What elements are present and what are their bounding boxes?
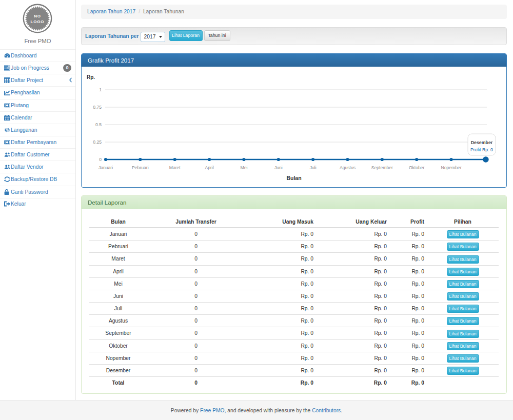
svg-text:Desember: Desember xyxy=(471,140,493,145)
svg-text:0: 0 xyxy=(99,157,102,162)
svg-text:Juni: Juni xyxy=(274,165,283,170)
svg-text:LOGO: LOGO xyxy=(31,19,45,24)
svg-text:Mei: Mei xyxy=(240,165,247,170)
svg-text:0.25: 0.25 xyxy=(93,139,102,145)
svg-text:Januari: Januari xyxy=(98,165,113,170)
svg-text:0.5: 0.5 xyxy=(95,122,102,127)
svg-text:April: April xyxy=(205,165,213,170)
svg-text:Nopember: Nopember xyxy=(441,165,461,170)
svg-text:Agustus: Agustus xyxy=(340,165,356,170)
svg-text:Profit Rp: 0: Profit Rp: 0 xyxy=(470,147,493,152)
svg-text:0.75: 0.75 xyxy=(93,105,102,110)
svg-text:Pebruari: Pebruari xyxy=(132,165,149,170)
svg-text:Oktober: Oktober xyxy=(409,165,425,170)
svg-text:Rp.: Rp. xyxy=(87,74,95,80)
svg-text:Juli: Juli xyxy=(310,165,317,170)
svg-text:NO: NO xyxy=(34,14,41,18)
svg-text:Bulan: Bulan xyxy=(286,175,301,181)
svg-text:1: 1 xyxy=(99,87,102,92)
svg-text:Maret: Maret xyxy=(169,165,181,170)
svg-text:September: September xyxy=(371,165,393,170)
